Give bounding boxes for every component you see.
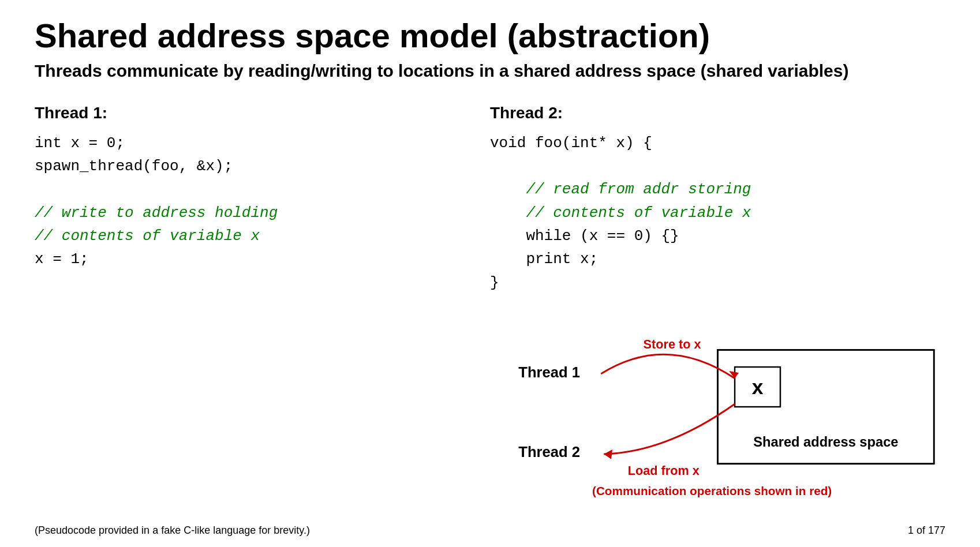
code-comment-2: // contents of variable x [35,227,260,245]
thread2-label: Thread 2: [490,104,945,122]
load-arrow [604,404,735,454]
thread1-code: int x = 0; spawn_thread(foo, &x); // wri… [35,132,467,271]
t2-comment-2: // contents of variable x [490,204,751,222]
load-label: Load from x [628,463,700,478]
code-line-2: spawn_thread(foo, &x); [35,158,233,175]
t2-comment-1: // read from addr storing [490,181,751,198]
footer-note: (Pseudocode provided in a fake C-like la… [35,524,310,537]
right-panel: Thread 2: void foo(int* x) { // read fro… [490,104,945,508]
diagram-svg: Thread 1 Thread 2 x Shared address space… [490,312,945,508]
left-panel: Thread 1: int x = 0; spawn_thread(foo, &… [35,104,490,508]
shared-space-label: Shared address space [753,434,898,449]
code-comment-1: // write to address holding [35,204,278,222]
code-line-3: x = 1; [35,250,89,268]
subtitle: Threads communicate by reading/writing t… [35,61,945,81]
comm-note: (Communication operations shown in red) [592,484,832,497]
thread2-code: void foo(int* x) { // read from addr sto… [490,132,945,294]
code-line-1: int x = 0; [35,134,125,152]
content-area: Thread 1: int x = 0; spawn_thread(foo, &… [35,104,945,508]
store-arrow [601,354,735,379]
thread1-label: Thread 1: [35,104,467,122]
page-number: 1 of 177 [908,524,945,537]
t2-code-line-1: void foo(int* x) { [490,134,652,152]
x-label: x [752,376,764,399]
t2-code-line-2: while (x == 0) {} [490,227,679,245]
diagram-area: Thread 1 Thread 2 x Shared address space… [490,312,945,508]
t2-code-line-3: print x; [490,250,598,268]
diagram-thread1-label: Thread 1 [518,364,580,380]
diagram-thread2-label: Thread 2 [518,444,580,460]
t2-code-line-4: } [490,274,499,291]
store-label: Store to x [644,337,701,351]
slide: Shared address space model (abstraction)… [0,0,980,547]
main-title: Shared address space model (abstraction) [35,17,945,54]
load-arrowhead [604,449,612,459]
